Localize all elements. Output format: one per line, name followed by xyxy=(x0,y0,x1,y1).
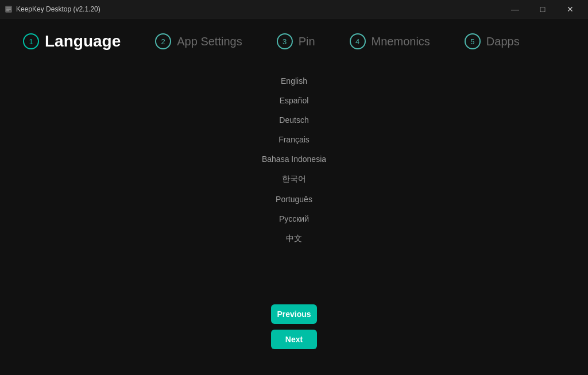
close-button[interactable]: ✕ xyxy=(557,1,583,18)
titlebar-controls: — □ ✕ xyxy=(502,1,583,18)
minimize-button[interactable]: — xyxy=(502,1,528,18)
step-1[interactable]: 1 Language xyxy=(23,32,121,51)
step-1-label: Language xyxy=(45,32,121,51)
previous-button[interactable]: Previous xyxy=(271,304,317,324)
step-5[interactable]: 5 Dapps xyxy=(465,33,520,49)
step-4-number: 4 xyxy=(355,37,359,46)
step-2-label: App Settings xyxy=(177,35,242,48)
language-item[interactable]: Español xyxy=(237,91,351,110)
step-3-circle: 3 xyxy=(277,33,293,49)
app-icon xyxy=(5,5,13,13)
language-item[interactable]: English xyxy=(237,71,351,91)
maximize-button[interactable]: □ xyxy=(529,1,556,18)
svg-rect-3 xyxy=(6,10,9,11)
language-item[interactable]: Bahasa Indonesia xyxy=(237,149,351,169)
next-button[interactable]: Next xyxy=(271,330,317,349)
step-3[interactable]: 3 Pin xyxy=(277,33,315,49)
step-4-circle: 4 xyxy=(350,33,366,49)
titlebar: KeepKey Desktop (v2.1.20) — □ ✕ xyxy=(0,0,588,18)
svg-rect-1 xyxy=(6,7,11,9)
step-5-number: 5 xyxy=(470,37,474,46)
svg-rect-2 xyxy=(6,9,11,10)
buttons-area: Previous Next xyxy=(0,301,588,375)
step-2[interactable]: 2 App Settings xyxy=(155,33,242,49)
step-2-number: 2 xyxy=(161,37,165,46)
step-2-circle: 2 xyxy=(155,33,171,49)
step-1-circle: 1 xyxy=(23,33,39,49)
step-3-label: Pin xyxy=(299,35,315,48)
language-item[interactable]: 中文 xyxy=(237,229,351,249)
language-item[interactable]: Deutsch xyxy=(237,110,351,130)
step-5-label: Dapps xyxy=(486,35,520,48)
step-5-circle: 5 xyxy=(465,33,481,49)
step-3-number: 3 xyxy=(283,37,287,46)
steps-header: 1 Language 2 App Settings 3 Pin 4 Mnemon… xyxy=(0,18,588,60)
language-list: EnglishEspañolDeutschFrançaisBahasa Indo… xyxy=(0,60,588,301)
titlebar-title: KeepKey Desktop (v2.1.20) xyxy=(16,5,100,13)
step-1-number: 1 xyxy=(29,37,33,46)
language-item[interactable]: 한국어 xyxy=(237,169,351,190)
titlebar-left: KeepKey Desktop (v2.1.20) xyxy=(5,5,100,13)
step-4[interactable]: 4 Mnemonics xyxy=(350,33,430,49)
language-item[interactable]: Português xyxy=(237,190,351,209)
step-4-label: Mnemonics xyxy=(372,35,430,48)
main-content: 1 Language 2 App Settings 3 Pin 4 Mnemon… xyxy=(0,18,588,375)
language-item[interactable]: Русский xyxy=(237,209,351,229)
language-item[interactable]: Français xyxy=(237,130,351,149)
